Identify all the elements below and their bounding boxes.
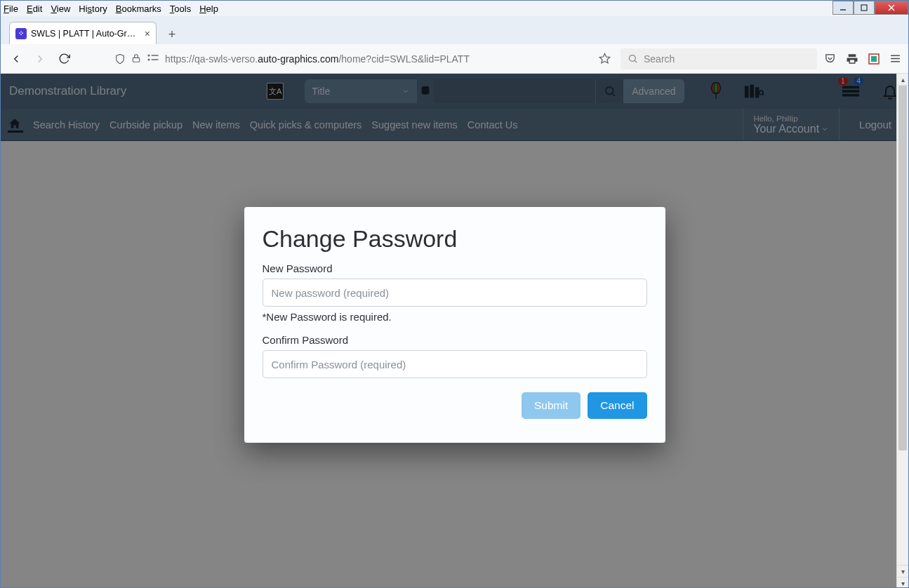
svg-rect-4 (133, 58, 139, 62)
svg-rect-8 (152, 59, 159, 60)
scroll-down-button[interactable]: ▾ (897, 565, 908, 577)
lock-icon[interactable] (131, 53, 141, 65)
print-icon[interactable] (846, 53, 858, 65)
os-menubar: File Edit View History Bookmarks Tools H… (1, 1, 908, 16)
extension-icon[interactable] (868, 53, 880, 65)
window-controls (832, 1, 908, 15)
menu-help[interactable]: Help (199, 4, 218, 14)
reload-button[interactable] (55, 51, 72, 67)
new-password-error: *New Password is required. (263, 311, 647, 323)
svg-point-5 (148, 54, 150, 56)
address-bar[interactable]: https://qa-swls-verso.auto-graphics.com/… (114, 53, 613, 65)
browser-tab[interactable]: ⁘ SWLS | PLATT | Auto-Graphics In × (9, 22, 157, 44)
pocket-icon[interactable] (824, 53, 836, 65)
modal-title: Change Password (263, 225, 647, 253)
menu-history[interactable]: History (79, 4, 107, 14)
menu-edit[interactable]: Edit (27, 4, 42, 14)
forward-button[interactable] (32, 51, 48, 67)
maximize-button[interactable] (854, 1, 875, 15)
confirm-password-input[interactable] (263, 350, 647, 378)
hamburger-menu-icon[interactable] (889, 53, 901, 65)
tab-close-icon[interactable]: × (145, 28, 150, 39)
new-password-input[interactable] (263, 279, 647, 307)
bookmark-star-icon[interactable] (599, 53, 611, 65)
browser-toolbar: https://qa-swls-verso.auto-graphics.com/… (1, 44, 908, 74)
menu-bookmarks[interactable]: Bookmarks (116, 4, 161, 14)
menu-tools[interactable]: Tools (170, 4, 191, 14)
minimize-button[interactable] (832, 1, 854, 15)
svg-point-10 (630, 55, 636, 62)
svg-rect-13 (871, 56, 877, 62)
scroll-down-button-2[interactable]: ▾ (897, 577, 908, 588)
svg-rect-1 (861, 5, 867, 11)
menu-file[interactable]: File (4, 4, 18, 14)
scroll-thumb[interactable] (898, 86, 907, 450)
url-text: https://qa-swls-verso.auto-graphics.com/… (165, 53, 593, 65)
browser-search-placeholder: Search (644, 53, 675, 65)
close-window-button[interactable] (875, 1, 908, 15)
browser-search-box[interactable]: Search (621, 48, 817, 69)
new-tab-button[interactable]: + (162, 25, 182, 44)
confirm-password-label: Confirm Password (263, 334, 647, 346)
scroll-up-button[interactable]: ▴ (897, 74, 908, 86)
search-icon (628, 53, 638, 64)
tab-favicon-icon: ⁘ (15, 28, 27, 39)
back-button[interactable] (8, 51, 25, 67)
change-password-modal: Change Password New Password *New Passwo… (244, 207, 665, 443)
svg-marker-9 (599, 53, 609, 62)
tab-title: SWLS | PLATT | Auto-Graphics In (31, 29, 140, 39)
browser-tab-strip: ⁘ SWLS | PLATT | Auto-Graphics In × + (1, 16, 908, 44)
svg-rect-7 (152, 55, 159, 56)
cancel-button[interactable]: Cancel (588, 392, 646, 419)
svg-line-11 (635, 60, 637, 62)
url-domain: auto-graphics.com (258, 53, 338, 65)
url-path: /home?cid=SWLS&lid=PLATT (338, 53, 470, 65)
cancel-label: Cancel (600, 399, 634, 412)
submit-label: Submit (534, 399, 568, 412)
menu-view[interactable]: View (51, 4, 70, 14)
submit-button[interactable]: Submit (522, 392, 580, 419)
vertical-scrollbar[interactable]: ▴ ▾ ▾ (896, 74, 908, 588)
new-password-label: New Password (263, 262, 647, 274)
shield-icon[interactable] (114, 53, 126, 65)
url-prefix: https://qa-swls-verso. (165, 53, 258, 65)
svg-point-6 (148, 58, 150, 60)
permissions-icon[interactable] (147, 53, 159, 65)
